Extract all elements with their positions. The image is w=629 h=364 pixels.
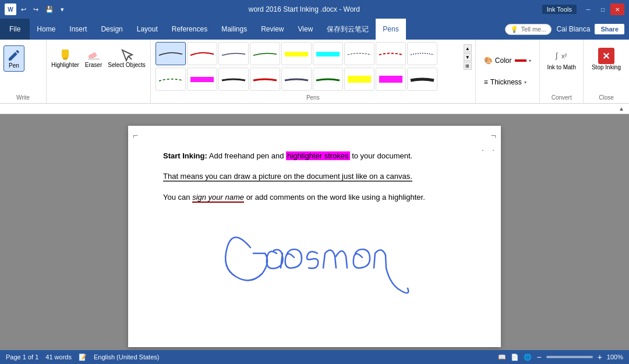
status-bar: Page 1 of 1 41 words 📝 English (United S… — [0, 350, 629, 364]
proofing-icon[interactable]: 📝 — [79, 354, 87, 361]
user-name: Cai Blanca — [556, 25, 590, 33]
svg-text:x²: x² — [561, 52, 567, 59]
paragraph1-after: to your document. — [350, 151, 413, 160]
menu-review[interactable]: Review — [254, 19, 291, 40]
color-icon: 🎨 — [484, 56, 493, 65]
color-button[interactable]: 🎨 Color ▾ — [482, 55, 534, 66]
print-layout-icon[interactable]: 📄 — [511, 354, 519, 361]
read-mode-icon[interactable]: 📖 — [498, 354, 506, 361]
pen-item-9[interactable] — [407, 42, 437, 65]
eraser-button[interactable]: Eraser — [83, 45, 104, 70]
pen-button[interactable]: Pen — [3, 45, 24, 72]
menu-file[interactable]: File — [0, 19, 30, 40]
paragraph3-italic: sign your name — [192, 193, 244, 203]
handwriting-svg — [215, 215, 414, 309]
paragraph1-highlight: highlighter strokes — [286, 151, 350, 160]
zoom-in-button[interactable]: + — [598, 352, 602, 362]
pen-item-6[interactable] — [313, 42, 343, 65]
pen-item-2[interactable] — [187, 42, 217, 65]
stop-inking-button[interactable]: ✕ Stop Inking — [589, 42, 623, 93]
pen-item-15[interactable] — [313, 68, 343, 91]
window-title: word 2016 Start Inking .docx - Word — [66, 5, 542, 13]
menu-home[interactable]: Home — [30, 19, 62, 40]
ink-tools-tab: Ink Tools — [542, 5, 577, 14]
menu-cloud[interactable]: 保存到云笔记 — [320, 19, 376, 40]
lightbulb-icon: 💡 — [510, 26, 518, 33]
collapse-button[interactable]: ▲ — [619, 105, 624, 112]
pen-item-4[interactable] — [250, 42, 280, 65]
pen-item-17[interactable] — [376, 68, 406, 91]
pen-item-12[interactable] — [218, 68, 249, 91]
zoom-out-button[interactable]: − — [536, 352, 541, 362]
pens-scroll-expand[interactable]: ⊞ — [464, 62, 472, 70]
pen-item-16[interactable] — [344, 68, 374, 91]
pen-item-3[interactable] — [218, 42, 249, 65]
undo-button[interactable]: ↩ — [19, 5, 29, 15]
highlighter-button[interactable]: Highlighter — [49, 45, 82, 70]
pen-item-5[interactable] — [281, 42, 312, 65]
select-objects-button[interactable]: Select Objects — [105, 45, 147, 70]
pens-grid — [156, 42, 471, 92]
menu-insert[interactable]: Insert — [62, 19, 94, 40]
pen-item-10[interactable] — [156, 68, 186, 91]
highlighter-label: Highlighter — [51, 62, 79, 68]
pen-stroke-14 — [284, 75, 309, 83]
menu-design[interactable]: Design — [94, 19, 129, 40]
save-button[interactable]: 💾 — [43, 5, 56, 15]
qat-more-button[interactable]: ▾ — [58, 5, 66, 15]
pen-item-18[interactable] — [407, 68, 437, 91]
menu-view[interactable]: View — [291, 19, 320, 40]
zoom-slider[interactable] — [546, 356, 593, 358]
svg-text:∫: ∫ — [555, 51, 559, 60]
pen-item-7[interactable] — [344, 42, 374, 65]
ribbon-collapse: ▲ — [0, 104, 629, 114]
svg-marker-2 — [64, 59, 66, 61]
thickness-dropdown-arrow: ▾ — [524, 80, 526, 85]
window-controls: ─ □ ✕ — [581, 3, 624, 15]
pen-stroke-3 — [221, 50, 246, 58]
doc-dots: ·· — [478, 149, 499, 150]
pens-scroll-down[interactable]: ▼ — [464, 53, 472, 61]
svg-rect-9 — [348, 76, 371, 83]
pen-item-8[interactable] — [376, 42, 406, 65]
convert-label: Convert — [552, 93, 572, 101]
ink-to-math-button[interactable]: ∫ x² Ink to Math — [545, 42, 578, 93]
status-right: 📖 📄 🌐 − + 100% — [498, 352, 623, 362]
pen-stroke-6 — [315, 50, 341, 58]
word-count: 41 words — [45, 354, 72, 361]
share-button[interactable]: Share — [595, 24, 624, 34]
close-button[interactable]: ✕ — [610, 3, 624, 15]
language[interactable]: English (United States) — [94, 354, 160, 361]
tools-section: Highlighter Eraser Select Objects x — [47, 40, 151, 103]
pen-item-11[interactable] — [187, 68, 217, 91]
thickness-icon: ≡ — [484, 78, 488, 86]
zoom-level[interactable]: 100% — [607, 354, 623, 361]
svg-rect-1 — [63, 58, 68, 59]
pens-section-label: Pens — [156, 92, 471, 101]
menu-mailings[interactable]: Mailings — [214, 19, 254, 40]
ink-to-math-icon: ∫ x² — [553, 48, 570, 64]
redo-button[interactable]: ↪ — [31, 5, 41, 15]
menu-pens[interactable]: Pens — [376, 19, 405, 40]
svg-rect-7 — [316, 52, 340, 56]
pen-item-1[interactable] — [156, 42, 186, 65]
maximize-button[interactable]: □ — [596, 3, 610, 15]
web-layout-icon[interactable]: 🌐 — [524, 354, 532, 361]
thickness-button[interactable]: ≡ Thickness ▾ — [482, 76, 534, 88]
pen-stroke-10 — [158, 75, 183, 83]
color-label: Color — [495, 56, 512, 65]
pen-item-13[interactable] — [250, 68, 280, 91]
menu-layout[interactable]: Layout — [130, 19, 165, 40]
pen-item-14[interactable] — [281, 68, 312, 91]
minimize-button[interactable]: ─ — [581, 3, 595, 15]
pen-stroke-12 — [221, 75, 246, 83]
write-section-label: Write — [3, 93, 43, 101]
svg-line-5 — [128, 56, 132, 59]
pens-scroll-up[interactable]: ▲ — [464, 44, 472, 52]
menu-references[interactable]: References — [165, 19, 214, 40]
pen-label: Pen — [9, 62, 19, 69]
pens-section: ▲ ▼ ⊞ Pens — [151, 40, 476, 103]
stop-inking-label: Stop Inking — [592, 64, 621, 70]
tell-me-input[interactable]: 💡 Tell me... — [505, 24, 552, 35]
thickness-label: Thickness — [490, 78, 522, 86]
